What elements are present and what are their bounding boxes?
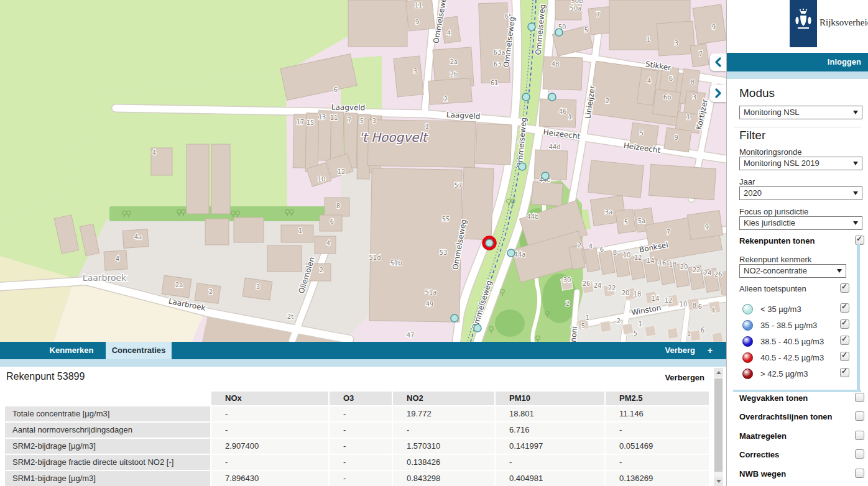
section-divider: [734, 127, 861, 127]
jurisdictie-label: Focus op jurisdictie: [739, 207, 808, 216]
rekenpunt-marker[interactable]: [507, 249, 515, 257]
login-button[interactable]: Inloggen: [727, 53, 868, 71]
kenmerk-select[interactable]: NO2-concentratie: [739, 264, 846, 278]
cell-value: 1.570310: [393, 439, 494, 454]
svg-text:53: 53: [440, 249, 448, 256]
legend-item: 40.5 - 42.5 µg/m3: [727, 351, 868, 365]
layer-label: Overdrachtslijnen tonen: [739, 412, 833, 421]
rekenpunt-marker[interactable]: [451, 314, 458, 322]
verbergen-button[interactable]: Verbergen: [624, 373, 704, 382]
table-scrollbar-thumb[interactable]: [714, 378, 723, 472]
verberg-button[interactable]: Verberg: [650, 342, 695, 359]
rekenpunt-marker[interactable]: [528, 23, 535, 30]
layer-checkbox[interactable]: [855, 449, 864, 459]
row-label: Aantal normoverschrijdingsdagen: [5, 423, 210, 438]
rekenpunt-marker[interactable]: [542, 172, 549, 180]
jurisdictie-select[interactable]: Kies jurisdictie: [739, 216, 862, 230]
svg-text:noni: noni: [569, 326, 579, 342]
cell-value: 0.138426: [393, 455, 494, 470]
legend-item-checkbox[interactable]: [840, 368, 849, 377]
cell-value: 6.716: [496, 423, 604, 438]
selected-rekenpunt-marker[interactable]: [486, 239, 493, 247]
svg-text:5: 5: [360, 117, 364, 124]
table-scrollbar[interactable]: [714, 368, 723, 486]
table-header-row: NOxO3NO2PM10PM2.5: [5, 392, 709, 405]
map-canvas[interactable]: 11942a2b36563a636162150b50a50574846144d4…: [0, 0, 726, 342]
cell-value: -: [393, 423, 494, 438]
sidebar-scrollbar-thumb[interactable]: [857, 244, 860, 392]
row-label: SRM2-bijdrage [µg/m3]: [5, 439, 210, 454]
legend-item: 35 - 38.5 µg/m3: [727, 319, 868, 332]
cell-value: 0.136269: [606, 471, 709, 486]
cell-value: 18.801: [496, 406, 604, 421]
svg-text:22: 22: [608, 285, 616, 291]
monitoringsronde-select[interactable]: Monitoring NSL 2019: [739, 157, 862, 170]
legend-item-checkbox[interactable]: [840, 303, 849, 313]
svg-text:18: 18: [669, 261, 677, 268]
svg-text:26: 26: [714, 271, 723, 278]
layer-checkbox[interactable]: [855, 393, 864, 402]
cell-value: 0.843298: [393, 471, 494, 486]
add-tab-button[interactable]: +: [704, 342, 716, 359]
svg-text:8: 8: [336, 203, 340, 209]
svg-text:1: 1: [298, 227, 302, 234]
cell-value: -: [330, 439, 392, 454]
table-row: Aantal normoverschrijdingsdagen---6.716-: [5, 423, 709, 438]
legend-item-label: 38.5 - 40.5 µg/m3: [760, 337, 824, 346]
svg-text:20: 20: [622, 290, 630, 296]
rekenpunt-marker[interactable]: [548, 93, 556, 101]
svg-text:4: 4: [589, 243, 593, 250]
tab-kenmerken[interactable]: Kenmerken: [37, 342, 106, 359]
chevron-right-icon: [714, 88, 722, 98]
concentrations-table: NOxO3NO2PM10PM2.5Totale concentratie [µg…: [5, 392, 709, 486]
rekenpunt-marker[interactable]: [519, 163, 526, 170]
svg-text:46: 46: [559, 108, 567, 115]
modus-select[interactable]: Monitoring NSL: [739, 106, 862, 119]
column-header: O3: [330, 392, 392, 405]
map-svg: 11942a2b36563a636162150b50a50574846144d4…: [0, 0, 726, 342]
legend-item-checkbox[interactable]: [840, 319, 849, 329]
layer-checkbox[interactable]: [855, 469, 864, 478]
svg-text:2: 2: [209, 288, 213, 295]
scroll-up-button[interactable]: [714, 368, 723, 377]
table-row: Totale concentratie [µg/m3]--19.77218.80…: [5, 406, 709, 421]
svg-text:2t: 2t: [287, 313, 293, 320]
collapse-sidebar-button[interactable]: [710, 53, 726, 71]
legend-item-checkbox[interactable]: [840, 352, 849, 361]
row-label: Totale concentratie [µg/m3]: [5, 406, 210, 421]
svg-text:44a: 44a: [514, 251, 526, 258]
svg-text:24: 24: [704, 270, 712, 277]
svg-text:50a: 50a: [570, 5, 582, 12]
svg-text:3a: 3a: [605, 209, 613, 216]
svg-text:51a: 51a: [425, 289, 437, 296]
svg-text:13: 13: [318, 114, 326, 121]
svg-text:2: 2: [606, 98, 609, 104]
expand-sidebar-button[interactable]: [710, 85, 726, 102]
layer-checkbox[interactable]: [855, 411, 864, 421]
legend-item-checkbox[interactable]: [840, 336, 849, 345]
svg-text:8: 8: [613, 249, 617, 256]
toetspunten-checkbox[interactable]: [840, 283, 849, 293]
svg-text:7: 7: [699, 50, 703, 57]
svg-text:3: 3: [372, 117, 376, 124]
kenmerk-select-value: NO2-concentratie: [744, 266, 807, 275]
rekenpunt-marker[interactable]: [555, 29, 563, 36]
layer-label: Maatregelen: [739, 431, 787, 441]
svg-text:5: 5: [624, 219, 628, 226]
layer-checkbox[interactable]: [855, 431, 864, 440]
svg-text:1: 1: [639, 321, 642, 328]
scroll-down-button[interactable]: [714, 477, 723, 486]
rekenpunt-marker[interactable]: [474, 324, 481, 332]
rekenpunten-tonen-checkbox[interactable]: [855, 236, 864, 245]
legend-item: > 42.5 µg/m3: [727, 367, 868, 381]
rekenpunt-marker[interactable]: [522, 93, 530, 101]
cell-value: 0.051469: [606, 439, 709, 454]
filter-heading: Filter: [739, 129, 765, 142]
jaar-select[interactable]: 2020: [739, 186, 862, 200]
svg-text:1: 1: [687, 330, 691, 337]
svg-text:5a: 5a: [638, 218, 646, 224]
svg-text:Laagveld: Laagveld: [331, 103, 366, 112]
svg-text:1: 1: [686, 114, 690, 121]
sidebar-strip: [727, 71, 868, 79]
bottom-panel: Kenmerken Concentraties Verberg + Rekenp…: [0, 342, 726, 486]
